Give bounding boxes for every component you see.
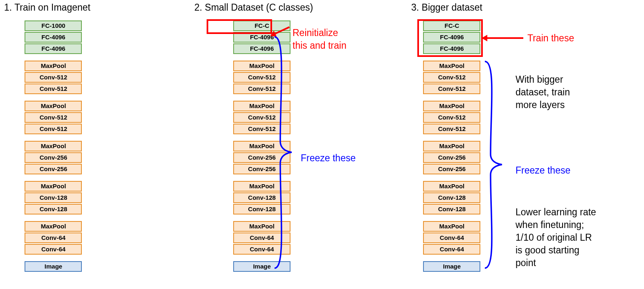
column-title: 3. Bigger dataset (411, 2, 482, 13)
layer-conv-512: Conv-512 (25, 124, 82, 134)
layer-conv-512: Conv-512 (423, 124, 480, 134)
annotation-learning-rate: Lower learning ratewhen finetuning;1/10 … (516, 206, 596, 269)
curly-brace-icon (482, 59, 506, 270)
layer-image: Image (25, 261, 82, 272)
layer-conv-512: Conv-512 (423, 112, 480, 123)
column-imagenet: 1. Train on Imagenet FC-1000FC-4096FC-40… (4, 2, 90, 273)
layer-group: MaxPoolConv-256Conv-256 (25, 141, 82, 175)
annotation-freeze: Freeze these (301, 152, 356, 165)
layer-group: MaxPoolConv-512Conv-512 (25, 61, 82, 95)
layer-conv-512: Conv-512 (25, 84, 82, 94)
layer-conv-128: Conv-128 (25, 204, 82, 214)
layer-conv-256: Conv-256 (423, 152, 480, 163)
layer-group: Image (25, 261, 82, 273)
layer-group: MaxPoolConv-256Conv-256 (423, 141, 480, 175)
layer-group: MaxPoolConv-64Conv-64 (25, 221, 82, 255)
layer-conv-512: Conv-512 (25, 72, 82, 83)
layer-fc-c: FC-C (423, 20, 480, 31)
layer-fc-4096: FC-4096 (423, 32, 480, 43)
layer-conv-64: Conv-64 (25, 233, 82, 243)
layer-fc-4096: FC-4096 (423, 43, 480, 54)
layer-conv-64: Conv-64 (423, 233, 480, 243)
annotation-bigger-dataset: With biggerdataset, trainmore layers (516, 73, 570, 111)
layer-conv-512: Conv-512 (423, 84, 480, 94)
layer-group: MaxPoolConv-512Conv-512 (423, 61, 480, 95)
layer-maxpool: MaxPool (25, 181, 82, 192)
layer-maxpool: MaxPool (25, 221, 82, 232)
column-title: 1. Train on Imagenet (4, 2, 90, 13)
annotation-freeze: Freeze these (516, 164, 570, 177)
layer-conv-64: Conv-64 (25, 244, 82, 255)
layer-group: Image (423, 261, 480, 273)
layer-stack: FC-1000FC-4096FC-4096MaxPoolConv-512Conv… (16, 20, 90, 273)
column-bigger-dataset: 3. Bigger dataset FC-CFC-4096FC-4096MaxP… (411, 2, 482, 273)
layer-group: MaxPoolConv-64Conv-64 (423, 221, 480, 255)
annotation-train-these: Train these (527, 32, 574, 45)
layer-conv-512: Conv-512 (25, 112, 82, 123)
layer-image: Image (423, 261, 480, 272)
column-small-dataset: 2. Small Dataset (C classes) FC-CFC-4096… (194, 2, 313, 273)
layer-conv-128: Conv-128 (25, 192, 82, 203)
layer-group: FC-1000FC-4096FC-4096 (25, 20, 82, 55)
layer-conv-256: Conv-256 (25, 164, 82, 174)
layer-stack: FC-CFC-4096FC-4096MaxPoolConv-512Conv-51… (421, 20, 482, 273)
layer-conv-256: Conv-256 (25, 152, 82, 163)
layer-maxpool: MaxPool (25, 141, 82, 151)
layer-maxpool: MaxPool (423, 181, 480, 192)
annotation-reinitialize: Reinitializethis and train (293, 27, 347, 52)
layer-conv-128: Conv-128 (423, 192, 480, 203)
layer-conv-256: Conv-256 (423, 164, 480, 174)
layer-fc-1000: FC-1000 (25, 20, 82, 31)
layer-group: MaxPoolConv-512Conv-512 (423, 101, 480, 135)
layer-conv-512: Conv-512 (423, 72, 480, 83)
layer-group: MaxPoolConv-128Conv-128 (423, 181, 480, 215)
layer-stack: FC-CFC-4096FC-4096MaxPoolConv-512Conv-51… (211, 20, 313, 273)
layer-maxpool: MaxPool (423, 61, 480, 71)
column-title: 2. Small Dataset (C classes) (194, 2, 313, 13)
layer-maxpool: MaxPool (25, 101, 82, 111)
layer-fc-4096: FC-4096 (25, 43, 82, 54)
layer-group: FC-CFC-4096FC-4096 (423, 20, 480, 55)
layer-conv-128: Conv-128 (423, 204, 480, 214)
curly-brace-icon (271, 35, 296, 270)
arrow-red-icon (486, 37, 523, 39)
layer-conv-64: Conv-64 (423, 244, 480, 255)
layer-fc-4096: FC-4096 (25, 32, 82, 43)
layer-group: MaxPoolConv-128Conv-128 (25, 181, 82, 215)
layer-maxpool: MaxPool (423, 101, 480, 111)
layer-group: MaxPoolConv-512Conv-512 (25, 101, 82, 135)
layer-maxpool: MaxPool (423, 141, 480, 151)
layer-maxpool: MaxPool (25, 61, 82, 71)
layer-maxpool: MaxPool (423, 221, 480, 232)
